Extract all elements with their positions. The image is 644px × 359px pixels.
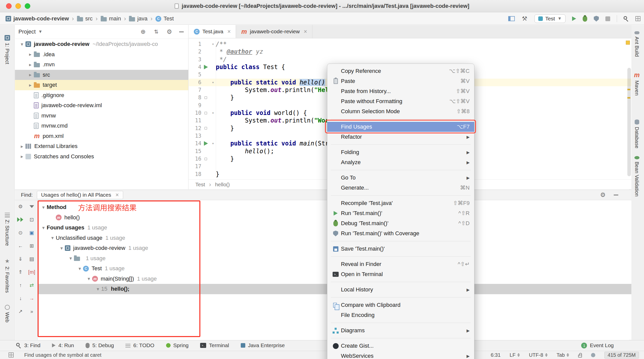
menu-item-find-usages[interactable]: Find Usages⌥F7: [327, 122, 474, 132]
chevron-down-icon[interactable]: ▾: [49, 235, 56, 241]
chevron-down-icon[interactable]: ▾: [76, 266, 83, 272]
fold-chevron-icon[interactable]: ▾: [210, 79, 216, 86]
menu-item-generate[interactable]: Generate...⌘N: [327, 183, 474, 193]
menu-item-folding[interactable]: Folding▶: [327, 147, 474, 157]
toolwindow-button-2-favorites[interactable]: 2: Favorites: [0, 258, 14, 293]
group-by-icon[interactable]: ⊞: [28, 243, 35, 249]
search-everywhere-icon[interactable]: [624, 16, 627, 20]
lock-icon[interactable]: [578, 355, 582, 357]
menu-item-refactor[interactable]: Refactor▶: [327, 132, 474, 142]
project-tree-item-mvnw[interactable]: mvnw: [15, 111, 188, 121]
filter-icon[interactable]: [28, 203, 35, 210]
project-tree-item-gitignore[interactable]: .gitignore: [15, 90, 188, 101]
chevron-down-icon[interactable]: ▾: [40, 204, 47, 210]
code-line-2[interactable]: 2 * @author yz: [189, 48, 631, 55]
menu-item-save-test-main[interactable]: Save 'Test.main()': [327, 244, 474, 254]
toolwindow-button-4-run[interactable]: 4: Run: [52, 342, 74, 348]
breadcrumb-javaweb-code-review[interactable]: javaweb-code-review: [6, 15, 69, 22]
chevron-right-icon[interactable]: ▸: [27, 72, 34, 78]
coverage-button[interactable]: [594, 16, 599, 22]
menu-item-analyze[interactable]: Analyze▶: [327, 157, 474, 167]
previous-occurrence-icon[interactable]: ↑: [17, 282, 24, 288]
breadcrumb-java[interactable]: java: [129, 15, 147, 22]
toolwindow-button-6-todo[interactable]: 6: TODO: [125, 342, 154, 348]
fold-chevron-icon[interactable]: ▾: [210, 109, 216, 117]
autoscroll-to-source-icon[interactable]: ⇄: [28, 282, 35, 288]
filter-methods-icon[interactable]: [m]: [28, 269, 35, 275]
expand-regex-icon[interactable]: ⊡: [28, 216, 35, 223]
toolwindow-button-bean-validation[interactable]: Bean Validation: [630, 156, 644, 197]
toolwindow-button-maven[interactable]: Maven: [630, 72, 644, 96]
project-tree-item-src[interactable]: ▸src: [15, 70, 188, 80]
menu-item-webservices[interactable]: WebServices▶: [327, 351, 474, 359]
menu-item-debug-test-main[interactable]: Debug 'Test.main()'^⇧D: [327, 218, 474, 228]
run-configuration-select[interactable]: Test ▼: [534, 14, 566, 23]
breadcrumb-test[interactable]: Test: [155, 15, 174, 22]
project-tree-item-target[interactable]: ▸target: [15, 80, 188, 90]
build-hammer-icon[interactable]: [521, 15, 528, 22]
project-tree-item-external-libraries[interactable]: ▸External Libraries: [15, 141, 188, 152]
stop-button[interactable]: [605, 16, 610, 21]
project-tree-item-javaweb-code-review[interactable]: ▾javaweb-code-review~/IdeaProjects/javaw…: [15, 39, 188, 49]
breadcrumb-class[interactable]: Test: [195, 182, 205, 188]
toolwindow-button-3-find[interactable]: 3: Find: [16, 342, 40, 348]
breadcrumb-method[interactable]: hello(): [215, 182, 230, 188]
toolwindow-button-java-enterprise[interactable]: Java Enterprise: [241, 342, 285, 348]
chevron-down-icon[interactable]: ▾: [58, 245, 65, 251]
event-log-button[interactable]: 1Event Log: [581, 342, 614, 348]
view-options-icon[interactable]: ▤: [28, 256, 35, 262]
chevron-down-icon[interactable]: ▼: [38, 29, 42, 34]
project-tree-item-mvnw-cmd[interactable]: mvnw.cmd: [15, 121, 188, 131]
toolwindow-button-database[interactable]: Database: [630, 119, 644, 148]
tool-window-layout-icon[interactable]: [508, 16, 515, 21]
more-options-icon[interactable]: »: [28, 308, 35, 315]
chevron-down-icon[interactable]: ▾: [86, 276, 92, 282]
close-tab-icon[interactable]: ×: [304, 28, 307, 35]
inspection-indicator[interactable]: [626, 41, 630, 45]
chevron-right-icon[interactable]: ▸: [27, 62, 34, 68]
chevron-down-icon[interactable]: ▾: [40, 225, 47, 231]
settings-icon[interactable]: ⚙: [17, 203, 24, 210]
encoding-select[interactable]: UTF-8: [529, 352, 548, 358]
back-icon[interactable]: ←: [17, 243, 24, 249]
menu-item-recompile-test-java[interactable]: Recompile 'Test.java'⇧⌘F9: [327, 198, 474, 208]
project-tree-item-idea[interactable]: ▸.idea: [15, 49, 188, 60]
menu-item-go-to[interactable]: Go To▶: [327, 173, 474, 183]
indent-select[interactable]: Tab: [557, 352, 569, 358]
line-separator-select[interactable]: LF: [510, 352, 520, 358]
menu-item-file-encoding[interactable]: File Encoding: [327, 310, 474, 320]
close-tab-icon[interactable]: ×: [116, 192, 119, 198]
toolwindow-button-ant-build[interactable]: Ant Build: [630, 31, 644, 57]
locate-file-icon[interactable]: [140, 28, 146, 35]
memory-indicator[interactable]: 415 of 725M: [604, 352, 639, 358]
next-occurrence-icon[interactable]: ↓: [17, 295, 24, 302]
fold-chevron-icon[interactable]: ▾: [210, 40, 216, 48]
menu-item-compare-with-clipboard[interactable]: Compare with Clipboard: [327, 300, 474, 310]
editor-tab-javaweb-code-review[interactable]: javaweb-code-review×: [236, 25, 312, 38]
close-tab-icon[interactable]: ×: [227, 28, 231, 35]
export-icon[interactable]: →: [28, 295, 35, 302]
toolwindow-button-5-debug[interactable]: 5: Debug: [86, 342, 114, 348]
gear-icon[interactable]: [166, 28, 173, 35]
find-results-tab[interactable]: Usages of hello() in All Places ×: [37, 191, 123, 199]
menu-item-paste-without-formatting[interactable]: Paste without Formatting⌥⇧⌘V: [327, 96, 474, 106]
chevron-right-icon[interactable]: ▸: [27, 82, 34, 88]
chevron-down-icon[interactable]: ▾: [18, 41, 25, 47]
hide-panel-icon[interactable]: [179, 32, 184, 32]
run-button[interactable]: [572, 16, 576, 21]
collapse-all-icon[interactable]: ⇑: [17, 269, 24, 275]
tool-windows-icon[interactable]: [635, 16, 640, 21]
menu-item-reveal-in-finder[interactable]: Reveal in Finder^⇧↵: [327, 259, 474, 269]
editor-tab-test-java[interactable]: Test.java×: [189, 25, 236, 38]
chevron-right-icon[interactable]: ▸: [18, 143, 25, 149]
project-tree-item-mvn[interactable]: ▸.mvn: [15, 59, 188, 70]
play-icon[interactable]: [204, 141, 208, 146]
menu-item-paste-from-history[interactable]: Paste from History...⇧⌘V: [327, 86, 474, 96]
toolwindow-button-terminal[interactable]: Terminal: [200, 342, 229, 348]
toolwindow-button-1-project[interactable]: 1: Project: [0, 35, 14, 64]
breadcrumb-main[interactable]: main: [101, 15, 121, 22]
toolwindow-button-z-structure[interactable]: Z: Structure: [0, 213, 14, 246]
menu-item-column-selection-mode[interactable]: Column Selection Mode⇧⌘8: [327, 106, 474, 116]
breadcrumb-src[interactable]: src: [77, 15, 93, 22]
gear-icon[interactable]: [600, 192, 606, 198]
